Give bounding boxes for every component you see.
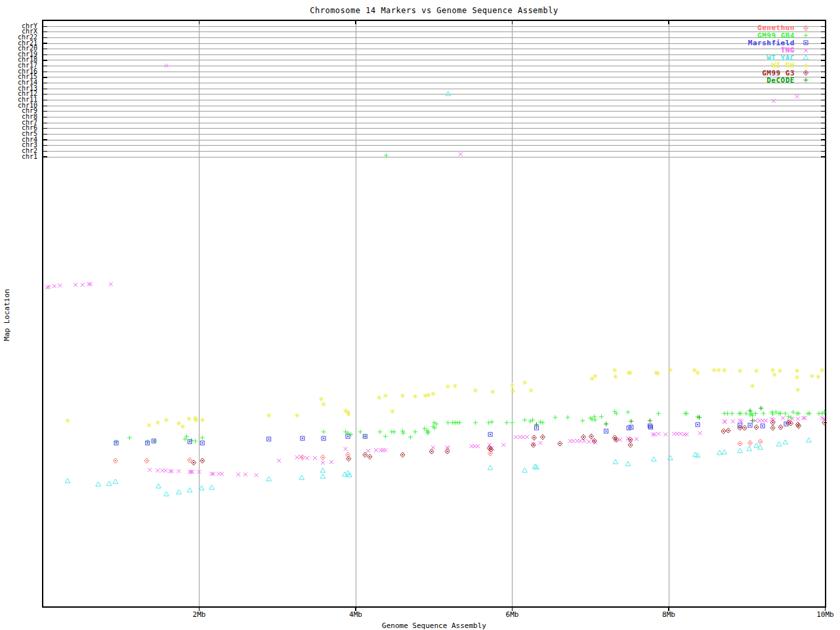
series-genethon <box>113 439 763 463</box>
x-tick-label: 8Mb <box>649 610 688 619</box>
series-gm99-g3 <box>192 420 827 465</box>
legend-marker-icon <box>801 24 811 32</box>
series-wi-yac <box>65 91 811 496</box>
series-marshfield <box>114 422 788 445</box>
legend-marker-icon <box>801 32 811 39</box>
x-tick-label: 4Mb <box>336 610 375 619</box>
legend-marker-icon <box>801 76 811 84</box>
legend-item: DeCODE <box>748 77 811 84</box>
x-tick-label: 6Mb <box>493 610 532 619</box>
legend-marker-icon <box>801 47 811 54</box>
legend-marker-icon <box>801 54 811 62</box>
chart-canvas: Chromosome 14 Markers vs Genome Sequence… <box>0 0 840 630</box>
series-wi-rh <box>66 368 825 429</box>
legend-marker-icon <box>801 62 811 70</box>
legend-item: Marshfield <box>748 39 811 47</box>
plot-area <box>0 0 840 630</box>
legend-marker-icon <box>801 69 811 77</box>
x-tick-label: 10Mb <box>806 610 840 619</box>
legend: GenethonGM99 GB4MarshfieldTNGWI YACWI RH… <box>748 24 811 84</box>
legend-marker-icon <box>801 39 811 47</box>
x-tick-label: 2Mb <box>180 610 219 619</box>
plot-frame <box>43 20 826 607</box>
series-tng <box>45 64 826 477</box>
legend-label: DeCODE <box>766 76 795 85</box>
x-axis-label: Genome Sequence Assembly <box>43 621 826 630</box>
chromosome-label: chr1 <box>1 154 37 160</box>
series-gm99-gb4 <box>114 154 827 444</box>
